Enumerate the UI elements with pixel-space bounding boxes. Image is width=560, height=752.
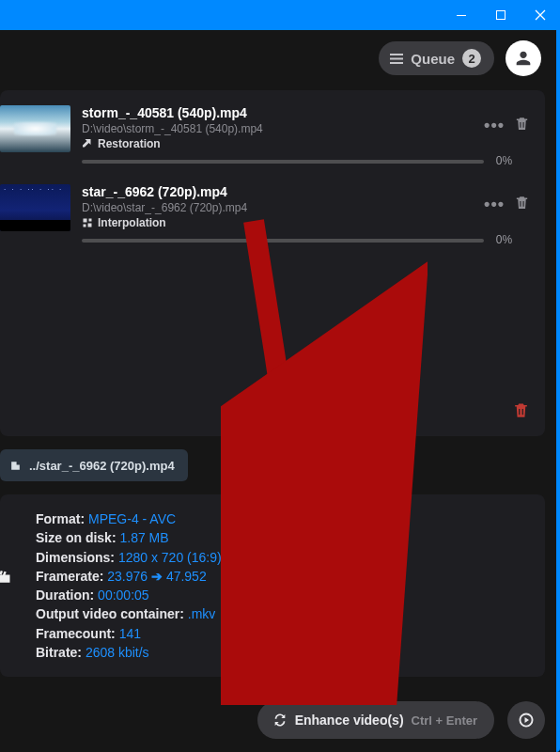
video-thumbnail [0, 184, 70, 231]
item-mode: Restoration [82, 137, 484, 150]
queue-icon [390, 54, 403, 64]
file-details-panel: Format: MPEG-4 - AVC Size on disk: 1.87 … [0, 494, 545, 677]
svg-rect-1 [497, 11, 506, 20]
queue-label: Queue [411, 51, 455, 67]
item-delete-button[interactable] [514, 194, 530, 214]
detail-framerate: Framerate: 23.976 ➔ 47.952 [36, 567, 530, 586]
queue-item[interactable]: storm_-_40581 (540p).mp4 D:\video\storm_… [0, 105, 530, 164]
file-icon [9, 460, 22, 472]
clapperboard-icon [0, 568, 11, 588]
queue-panel: storm_-_40581 (540p).mp4 D:\video\storm_… [0, 90, 545, 436]
detail-bitrate: Bitrate: 2608 kbit/s [36, 643, 530, 662]
detail-container: Output video container: .mkv [36, 604, 530, 623]
preview-button[interactable] [507, 701, 545, 739]
progress-bar: 0% [82, 160, 484, 164]
account-button[interactable] [506, 40, 541, 76]
interpolation-icon [82, 217, 93, 228]
queue-button[interactable]: Queue 2 [379, 41, 494, 75]
trash-icon [514, 194, 530, 212]
minimize-icon [456, 9, 467, 21]
window-titlebar [0, 0, 560, 30]
queue-item[interactable]: star_-_6962 (720p).mp4 D:\video\star_-_6… [0, 184, 530, 243]
minimize-button[interactable] [442, 0, 481, 30]
item-info: star_-_6962 (720p).mp4 D:\video\star_-_6… [82, 184, 484, 243]
detail-framecount: Framecount: 141 [36, 624, 530, 643]
item-info: storm_-_40581 (540p).mp4 D:\video\storm_… [82, 105, 484, 164]
enhance-icon [272, 713, 288, 728]
item-filename: storm_-_40581 (540p).mp4 [82, 105, 484, 120]
person-icon [513, 48, 534, 69]
window-right-edge [556, 30, 560, 752]
selected-file-tab[interactable]: ../star_-_6962 (720p).mp4 [0, 449, 188, 481]
detail-dimensions: Dimensions: 1280 x 720 (16:9) [36, 548, 530, 567]
restoration-icon [82, 138, 93, 149]
progress-percent: 0% [496, 233, 512, 246]
item-mode: Interpolation [82, 216, 484, 229]
detail-duration: Duration: 00:00:05 [36, 586, 530, 604]
item-filename: star_-_6962 (720p).mp4 [82, 184, 484, 199]
item-actions: ••• [484, 184, 530, 214]
maximize-button[interactable] [481, 0, 521, 30]
item-menu-button[interactable]: ••• [484, 195, 505, 214]
item-menu-button[interactable]: ••• [484, 116, 505, 135]
item-actions: ••• [484, 105, 530, 135]
item-delete-button[interactable] [514, 115, 530, 135]
enhance-button[interactable]: Enhance video(s) Ctrl + Enter [257, 701, 494, 739]
detail-format: Format: MPEG-4 - AVC [36, 509, 530, 528]
trash-icon [514, 115, 530, 133]
maximize-icon [495, 9, 506, 21]
progress-percent: 0% [496, 154, 512, 167]
progress-bar: 0% [82, 239, 484, 243]
queue-count: 2 [462, 49, 481, 68]
enhance-shortcut: Ctrl + Enter [412, 713, 477, 728]
video-thumbnail [0, 105, 70, 152]
close-icon [535, 9, 546, 21]
item-filepath: D:\video\storm_-_40581 (540p).mp4 [82, 122, 484, 135]
top-toolbar: Queue 2 [0, 30, 560, 86]
bottom-bar: Enhance video(s) Ctrl + Enter [0, 701, 545, 739]
close-button[interactable] [521, 0, 560, 30]
detail-size: Size on disk: 1.87 MB [36, 528, 530, 547]
item-filepath: D:\video\star_-_6962 (720p).mp4 [82, 201, 484, 214]
selected-file-name: ../star_-_6962 (720p).mp4 [29, 459, 175, 473]
play-circle-icon [518, 712, 535, 728]
clear-queue-button[interactable] [512, 400, 530, 423]
svg-rect-0 [457, 15, 466, 16]
trash-icon [512, 400, 530, 420]
enhance-label: Enhance video(s) [295, 713, 404, 728]
